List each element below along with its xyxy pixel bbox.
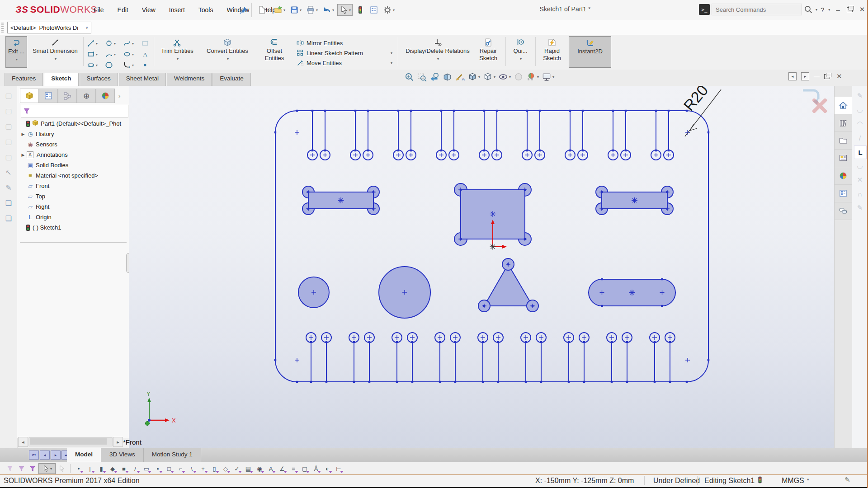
fillet-caret-icon[interactable]: ▾ xyxy=(132,63,134,67)
view-palette-tab[interactable] xyxy=(835,150,852,167)
tab-nav-icon-0[interactable]: ⏮ xyxy=(29,450,39,460)
tree-root-part1[interactable]: Part1 (Default<<Default>_Phot xyxy=(20,118,128,129)
print-button[interactable]: ▾ xyxy=(305,5,319,15)
unit-system-label[interactable]: MMGS xyxy=(782,477,804,485)
filter-item-icon-15[interactable]: ▤ xyxy=(243,464,254,474)
arc-caret-icon[interactable]: ▾ xyxy=(114,52,116,56)
hide-show-items-icon[interactable]: ▾ xyxy=(498,71,511,82)
view-orientation-caret-icon[interactable]: ▾ xyxy=(478,75,480,79)
sketch-visibility-icon[interactable] xyxy=(454,71,465,82)
scrollbar-thumb[interactable] xyxy=(30,438,107,445)
tab-features[interactable]: Features xyxy=(5,73,43,87)
filter-toggle-icon[interactable] xyxy=(5,464,15,474)
filter-item-icon-5[interactable]: / xyxy=(130,464,141,474)
panel-tabs-expand-icon[interactable]: › xyxy=(118,93,120,99)
restore-button[interactable] xyxy=(847,7,853,12)
tree-item-front[interactable]: ▱Front xyxy=(20,181,128,191)
select-button[interactable]: ▾ xyxy=(337,4,353,16)
apply-scene-caret-icon[interactable]: ▾ xyxy=(537,75,539,79)
forum-tab[interactable] xyxy=(835,202,852,220)
filter-item-icon-22[interactable]: ◐ xyxy=(322,464,333,474)
tab-nav-icon-2[interactable]: ▸ xyxy=(51,450,61,460)
filter-item-icon-10[interactable]: \ xyxy=(186,464,197,474)
repair-sketch-button[interactable]: RepairSketch xyxy=(475,36,502,67)
close-button[interactable]: ✕ xyxy=(856,5,868,14)
sketch-text-button[interactable] xyxy=(141,50,149,58)
hide-show-items-caret-icon[interactable]: ▾ xyxy=(509,75,511,79)
doc-restore-icon[interactable] xyxy=(824,74,830,79)
save-button[interactable]: ▾ xyxy=(288,5,303,15)
filter-item-icon-8[interactable]: □ xyxy=(164,464,175,474)
scrollbar-track[interactable] xyxy=(28,437,113,446)
sketch-circle-button[interactable]: ▾ xyxy=(105,39,116,47)
search-icon[interactable] xyxy=(802,5,815,14)
filter-item-icon-18[interactable]: ∠ xyxy=(277,464,288,474)
scroll-left-icon[interactable]: ◂ xyxy=(18,437,28,447)
new-button[interactable]: ▾ xyxy=(256,5,270,15)
help-button[interactable]: ? xyxy=(817,6,827,14)
filter-clear-icon[interactable] xyxy=(27,464,38,474)
featuremanager-tab[interactable] xyxy=(20,89,39,103)
display-style-caret-icon[interactable]: ▾ xyxy=(494,75,495,79)
help-caret-icon[interactable]: ▾ xyxy=(828,8,830,12)
bottom-tab-model[interactable]: Model xyxy=(67,448,101,462)
filter-item-icon-19[interactable]: ≡ xyxy=(288,464,299,474)
quick-snaps-button[interactable]: Qui...▾ xyxy=(509,36,532,67)
menu-item-insert[interactable]: Insert xyxy=(164,5,190,15)
sketch-polygon-button[interactable] xyxy=(105,61,113,69)
units-caret-icon[interactable]: ▴ xyxy=(807,477,809,481)
filter-item-icon-12[interactable]: ▯ xyxy=(209,464,220,474)
apply-scene-icon[interactable]: ▾ xyxy=(526,71,539,82)
tab-weldments[interactable]: Weldments xyxy=(167,73,212,87)
taskpane-home-tab[interactable] xyxy=(835,97,852,114)
displaymanager-tab[interactable] xyxy=(96,89,115,103)
tree-item-origin[interactable]: LOrigin xyxy=(20,212,128,222)
view-orientation-icon[interactable]: ▾ xyxy=(467,71,481,82)
bottom-tab-motion-study-1[interactable]: Motion Study 1 xyxy=(144,448,201,462)
filter-item-icon-3[interactable]: ◆ xyxy=(107,464,118,474)
appearances-tab[interactable] xyxy=(835,167,852,185)
tab-sketch[interactable]: Sketch xyxy=(44,73,78,87)
filter-item-icon-2[interactable]: ▮ xyxy=(96,464,107,474)
taskpane-close-icon[interactable]: ✕ xyxy=(836,72,842,80)
trim-entities-button[interactable]: Trim Entities▾ xyxy=(157,36,197,67)
sketch-spline-button[interactable]: ▾ xyxy=(123,39,134,47)
exit-sketch-button[interactable]: Exit ...▾ xyxy=(5,36,27,68)
save-caret-icon[interactable]: ▾ xyxy=(300,8,302,12)
tab-sheet-metal[interactable]: Sheet Metal xyxy=(119,73,166,87)
sketch-rectangle-button[interactable]: ▾ xyxy=(87,50,98,58)
ellipse-caret-icon[interactable]: ▾ xyxy=(132,52,134,56)
sketch-ellipse-button[interactable]: ▾ xyxy=(123,50,134,58)
tree-item-right[interactable]: ▱Right xyxy=(20,202,128,212)
filter-item-icon-0[interactable]: • xyxy=(73,464,84,474)
tree-item-top[interactable]: ▱Top xyxy=(20,191,128,202)
tags-icon[interactable]: ✎ xyxy=(844,476,850,484)
filter-item-icon-20[interactable]: ▢ xyxy=(299,464,310,474)
spline-caret-icon[interactable]: ▾ xyxy=(132,42,134,46)
expand-arrow-icon[interactable]: ▶ xyxy=(20,153,26,157)
menu-item-tools[interactable]: Tools xyxy=(193,5,219,15)
tree-item-sensors[interactable]: ◉Sensors xyxy=(20,139,128,150)
collapse-right-icon[interactable]: ▸ xyxy=(801,72,809,80)
filter-item-icon-13[interactable]: ◇ xyxy=(220,464,231,474)
lasso-cursor-icon[interactable] xyxy=(56,464,67,474)
collapse-left-icon[interactable]: ◂ xyxy=(788,72,797,80)
select-caret-icon[interactable]: ▾ xyxy=(349,8,351,12)
print-caret-icon[interactable]: ▾ xyxy=(316,8,318,12)
filter-item-icon-7[interactable]: ▪ xyxy=(152,464,163,474)
sketch-point-button[interactable] xyxy=(141,61,149,69)
select-cursor-button[interactable]: ▾ xyxy=(38,463,56,474)
undo-button[interactable]: ▾ xyxy=(321,5,335,15)
tree-item-solid-bodies[interactable]: ▣Solid Bodies xyxy=(20,160,128,170)
offset-entities-button[interactable]: OffsetEntities xyxy=(259,36,290,67)
zoom-fit-icon[interactable] xyxy=(404,71,415,82)
sketch-slot-button[interactable]: ▾ xyxy=(87,61,98,69)
display-delete-relations-button[interactable]: Display/Delete Relations▾ xyxy=(403,36,472,67)
pin-menu-icon[interactable] xyxy=(239,5,249,15)
sketch-geometry[interactable]: R20YX xyxy=(129,86,834,447)
propertymanager-tab[interactable] xyxy=(39,89,58,103)
sketch-arc-button[interactable]: ▾ xyxy=(105,50,116,58)
tab-surfaces[interactable]: Surfaces xyxy=(80,73,118,87)
menu-item-file[interactable]: File xyxy=(88,5,109,15)
radius-dimension-label[interactable]: R20 xyxy=(680,86,711,114)
